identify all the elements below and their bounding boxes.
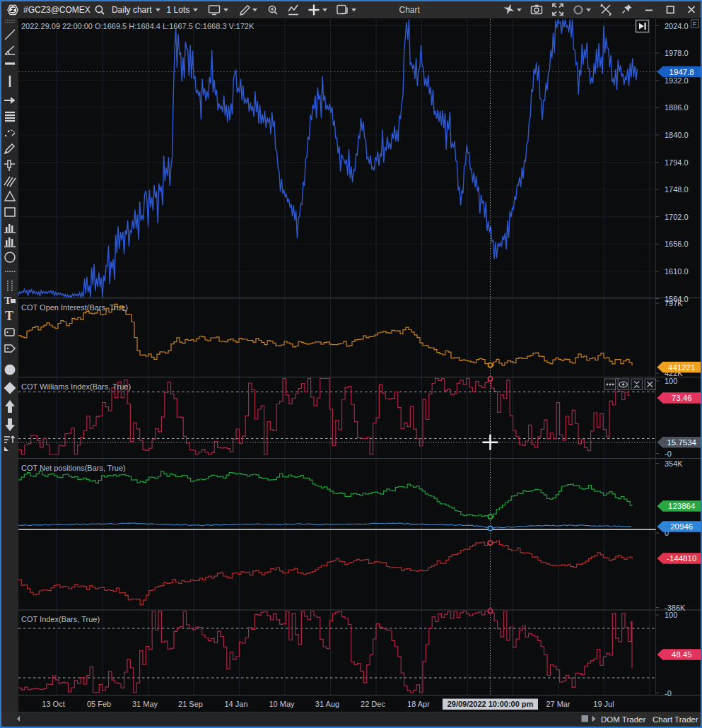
svg-text:27 Mar: 27 Mar: [546, 700, 571, 708]
svg-text:18 Apr: 18 Apr: [407, 700, 430, 708]
svg-text:73.46: 73.46: [672, 394, 692, 402]
svg-text:05 Feb: 05 Feb: [87, 700, 111, 708]
svg-text:-0: -0: [665, 450, 672, 458]
svg-text:441221: 441221: [668, 363, 695, 372]
svg-text:10 May: 10 May: [269, 700, 295, 708]
svg-text:2024.0: 2024.0: [665, 22, 689, 30]
svg-text:1840.0: 1840.0: [665, 131, 689, 139]
svg-text:123864: 123864: [668, 502, 696, 510]
svg-text:2022.29.09 22:00:00 O:1669.5 H: 2022.29.09 22:00:00 O:1669.5 H:1684.4 L:…: [21, 22, 255, 30]
svg-text:1947.8: 1947.8: [669, 68, 694, 76]
svg-text:354K: 354K: [665, 459, 683, 468]
svg-text:1932.0: 1932.0: [665, 76, 689, 85]
svg-text:13 Oct: 13 Oct: [42, 700, 64, 708]
svg-text:1702.0: 1702.0: [665, 213, 689, 221]
svg-text:COT Net positions(Bars, True): COT Net positions(Bars, True): [21, 464, 126, 472]
svg-text:14 Jan: 14 Jan: [224, 700, 247, 708]
svg-text:COT Williams Index(Bars, True): COT Williams Index(Bars, True): [21, 382, 131, 391]
svg-text:15.7534: 15.7534: [667, 438, 696, 447]
svg-text:COT Index(Bars, True): COT Index(Bars, True): [21, 615, 100, 623]
svg-text:31 May: 31 May: [132, 700, 158, 708]
svg-text:797K: 797K: [665, 299, 683, 307]
svg-text:1656.0: 1656.0: [665, 240, 689, 248]
svg-text:F: F: [693, 20, 697, 28]
svg-text:T: T: [5, 309, 13, 323]
svg-text:-144810: -144810: [667, 554, 696, 563]
svg-text:1610.0: 1610.0: [665, 267, 689, 276]
svg-text:1794.0: 1794.0: [665, 158, 689, 167]
svg-text:COT Open Interest(Bars, True): COT Open Interest(Bars, True): [21, 303, 128, 312]
svg-text:21 Sep: 21 Sep: [178, 700, 203, 708]
svg-text:1978.0: 1978.0: [665, 49, 689, 57]
svg-text:22 Dec: 22 Dec: [361, 700, 385, 708]
svg-text:100: 100: [665, 611, 677, 619]
svg-text:20946: 20946: [670, 522, 693, 531]
svg-text:31 Aug: 31 Aug: [315, 700, 339, 708]
svg-text:100: 100: [665, 377, 677, 385]
svg-text:48.45: 48.45: [672, 650, 692, 659]
svg-text:-0: -0: [665, 689, 672, 698]
svg-text:29/09/2022 10:00:00 pm: 29/09/2022 10:00:00 pm: [447, 700, 534, 708]
svg-text:1748.0: 1748.0: [665, 185, 689, 194]
svg-text:19 Jul: 19 Jul: [593, 700, 614, 708]
svg-text:1886.0: 1886.0: [665, 103, 689, 112]
svg-text:T: T: [4, 295, 11, 306]
